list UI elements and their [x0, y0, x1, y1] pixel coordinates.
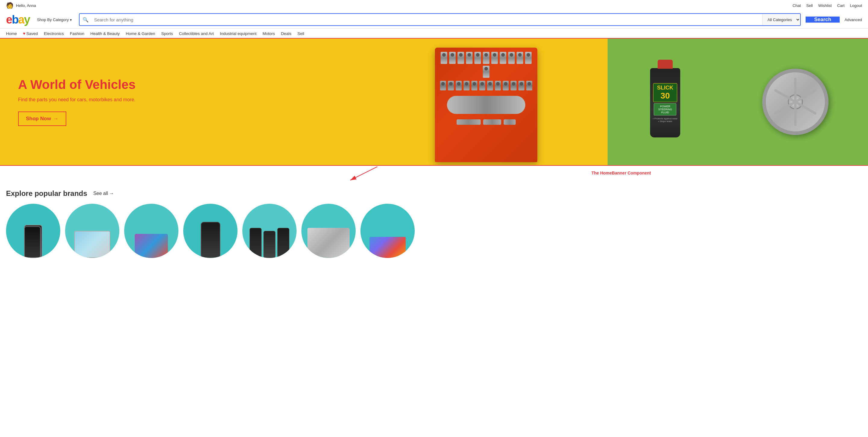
oil-subtitle: POWERSTEERING FLUID [654, 103, 676, 116]
bit-11 [518, 81, 524, 90]
brand-circle-6[interactable] [301, 204, 355, 258]
brand-circle-2[interactable] [65, 204, 119, 258]
see-all-label: See all [93, 191, 108, 196]
bit-4 [464, 81, 470, 90]
shop-by-category-button[interactable]: Shop By Category [35, 16, 74, 23]
dark-phone [201, 222, 220, 258]
nav-motors[interactable]: Motors [262, 31, 275, 36]
tablet-icon [74, 231, 110, 258]
home-banner: A World of Vehicles Find the parts you n… [0, 38, 868, 165]
nav-electronics[interactable]: Electronics [44, 31, 64, 36]
bit-5 [471, 81, 477, 90]
bit-8 [495, 81, 501, 90]
annotation-arrow-svg [347, 165, 438, 183]
socket-2 [449, 52, 456, 64]
see-all-link[interactable]: See all → [93, 191, 114, 196]
nav-industrial[interactable]: Industrial equipment [220, 31, 256, 36]
search-icon-wrap: 🔍 [80, 14, 92, 25]
phone-c [277, 228, 289, 258]
nav-sports[interactable]: Sports [161, 31, 173, 36]
oil-bottle-fine-print: • Protects against wear• Stops leaks [653, 117, 678, 123]
search-button[interactable]: Search [806, 17, 840, 23]
socket-8 [500, 52, 506, 64]
bit-1 [440, 81, 446, 90]
logo-y: y [24, 13, 30, 26]
chevron-down-icon [70, 18, 72, 22]
socket-3 [458, 52, 464, 64]
bit-2 [448, 81, 454, 90]
nav-home-garden[interactable]: Home & Garden [126, 31, 155, 36]
bit-7 [487, 81, 493, 90]
logout-link[interactable]: Logout [850, 3, 862, 8]
silver-device [307, 228, 350, 258]
top-bar-right: Chat Sell Wishlist Cart Logout [793, 3, 862, 8]
nav-fashion[interactable]: Fashion [70, 31, 84, 36]
brand-circle-7[interactable] [361, 204, 415, 258]
socket-10 [517, 52, 523, 64]
chat-link[interactable]: Chat [793, 3, 801, 8]
banner-title: A World of Vehicles [18, 78, 347, 92]
bit-9 [503, 81, 509, 90]
extension-1 [457, 119, 481, 125]
extension-row [457, 119, 516, 125]
brand-circle-4[interactable] [183, 204, 238, 258]
greeting-text: Hello, Anna [16, 3, 36, 8]
logo-e: e [6, 13, 12, 26]
oil-brand-text: SLICK [657, 85, 673, 91]
colorful-device [135, 234, 168, 258]
bit-3 [456, 81, 462, 90]
nav-home[interactable]: Home [6, 31, 17, 36]
brand-image-6 [301, 204, 355, 258]
socket-4 [466, 52, 472, 64]
cart-link[interactable]: Cart [837, 3, 845, 8]
category-select[interactable]: All Categories [762, 14, 800, 25]
socket-7 [491, 52, 498, 64]
top-bar: 🧑 Hello, Anna Chat Sell Wishlist Cart Lo… [0, 0, 868, 11]
brand-image-3 [124, 204, 179, 258]
search-input[interactable] [92, 14, 762, 25]
brand-circle-1[interactable] [6, 204, 60, 258]
socket-11 [525, 52, 532, 64]
nav-health-beauty[interactable]: Health & Beauty [90, 31, 120, 36]
toolbox-image [435, 48, 537, 162]
ebay-logo[interactable]: ebay [6, 14, 30, 25]
phone-icon-2 [24, 226, 41, 258]
banner-text-section: A World of Vehicles Find the parts you n… [0, 38, 365, 165]
nav-collectibles[interactable]: Collectibles and Art [179, 31, 214, 36]
socket-bits-row [439, 52, 533, 78]
logo-a: a [18, 13, 24, 26]
ratchet-tool [447, 96, 525, 114]
main-nav: Home ♥ Saved Electronics Fashion Health … [0, 29, 868, 38]
brands-title: Explore popular brands [6, 189, 87, 198]
phone-b [264, 231, 276, 258]
socket-1 [441, 52, 447, 64]
banner-toolbox-section [365, 38, 608, 165]
wishlist-link[interactable]: Wishlist [818, 3, 832, 8]
brand-circle-3[interactable] [124, 204, 179, 258]
search-bar: 🔍 All Categories [79, 13, 801, 26]
annotation-text: The HomeBanner Component [591, 170, 651, 176]
heart-icon: ♥ [23, 31, 25, 36]
shop-now-button[interactable]: Shop Now → [18, 112, 66, 126]
colorful-device-2 [370, 237, 406, 258]
socket-5 [474, 52, 481, 64]
header: ebay Shop By Category 🔍 All Categories S… [0, 11, 868, 29]
brand-image-2 [65, 204, 119, 258]
banner-subtitle: Find the parts you need for cars, motorb… [18, 96, 347, 103]
nav-sell[interactable]: Sell [298, 31, 304, 36]
shop-by-category-label: Shop By Category [37, 18, 69, 22]
brands-header: Explore popular brands See all → [6, 189, 862, 198]
banner-products-section: SLICK 30 POWERSTEERING FLUID • Protects … [608, 38, 868, 165]
shop-now-label: Shop Now [26, 116, 51, 122]
oil-bottle: SLICK 30 POWERSTEERING FLUID • Protects … [647, 60, 683, 144]
socket-6 [483, 52, 490, 64]
sell-link[interactable]: Sell [806, 3, 813, 8]
multi-phones [250, 228, 289, 258]
nav-saved[interactable]: ♥ Saved [23, 31, 38, 36]
brand-circle-5[interactable] [242, 204, 297, 258]
bit-6 [479, 81, 485, 90]
advanced-link[interactable]: Advanced [844, 18, 862, 22]
nav-deals[interactable]: Deals [281, 31, 291, 36]
logo-b: b [12, 13, 18, 26]
spoke-4 [794, 102, 797, 126]
